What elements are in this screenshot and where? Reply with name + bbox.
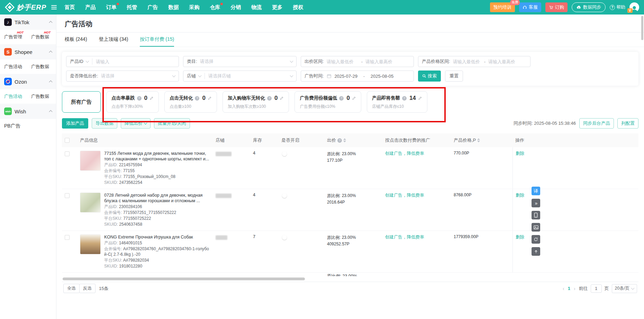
customer-service-button[interactable]: 客服 [519, 2, 541, 12]
sidebar-item-ad-data-shopee[interactable]: 广告数据 [31, 64, 49, 70]
select-all-checkbox[interactable] [65, 138, 70, 143]
translate-button[interactable]: 译 [532, 187, 540, 195]
export-data-button[interactable]: 导出数据 [92, 118, 117, 129]
current-page[interactable]: 1 [568, 286, 570, 291]
help-button[interactable]: ? 帮助 [610, 4, 625, 10]
topnav-item-hosting[interactable]: 托管 [127, 4, 137, 11]
create-ad-lower-rate-link[interactable]: 创建广告，降低费率 [385, 193, 424, 198]
reset-button[interactable]: 重置 [445, 71, 463, 82]
product-id-select[interactable]: 产品ID [70, 58, 83, 65]
tab-top-placement[interactable]: 登上顶端 (34) [99, 32, 128, 47]
refresh-button[interactable] [532, 235, 540, 244]
ad-time-range-picker[interactable]: 广告时间: - [301, 71, 414, 82]
page-size-select[interactable]: 20条/页 [612, 284, 637, 293]
sidebar-group-wish[interactable]: wish Wish [0, 104, 56, 119]
bid-max-input[interactable] [365, 59, 397, 64]
edit-pencil-icon[interactable] [352, 96, 356, 100]
select-all-button[interactable]: 全选 [63, 284, 80, 293]
topnav-item-logistics[interactable]: 物流 [251, 4, 262, 11]
create-ad-lower-rate-link[interactable]: 创建广告，降低费率 [385, 151, 424, 156]
user-avatar[interactable]: V [629, 2, 639, 12]
question-icon[interactable] [267, 96, 272, 101]
create-ad-lower-rate-link[interactable]: 创建广告，降低费率 [385, 235, 424, 240]
product-id-input[interactable] [96, 59, 175, 64]
price-min-input[interactable] [453, 59, 481, 64]
horizontal-scrollbar-thumb[interactable] [63, 278, 305, 280]
delete-link[interactable]: 删除 [516, 235, 524, 240]
sidebar-group-ozon[interactable]: Ozon [0, 74, 56, 89]
image-mode-button[interactable] [532, 223, 540, 232]
topnav-item-orders[interactable]: 订单 [106, 4, 116, 11]
product-image[interactable] [80, 193, 101, 213]
ad-time-end-input[interactable] [368, 74, 397, 79]
search-button[interactable]: 搜索 [418, 71, 441, 82]
topnav-item-distribution[interactable]: 分销 [230, 4, 241, 11]
back-to-top-button[interactable] [532, 247, 540, 256]
low-ad-share-card[interactable]: 广告费用份额偏低0 广告费用份额≤10% [294, 91, 361, 113]
sidebar-item-ad-management[interactable]: 广告管理HOT [4, 34, 22, 40]
tab-templates[interactable]: 模板 (244) [65, 32, 87, 47]
product-title[interactable]: 77155 Летняя мода для девочек, маленькие… [104, 151, 210, 162]
question-icon[interactable] [137, 96, 142, 101]
row-checkbox[interactable] [65, 193, 70, 198]
row-checkbox[interactable] [65, 151, 70, 156]
sort-icon[interactable] [477, 138, 480, 142]
column-config-button[interactable]: 列配置 [617, 118, 638, 129]
lower-bid-select[interactable]: 是否降低出价: 请选择 [66, 71, 179, 82]
store-select[interactable]: 店铺 请选择店铺 [183, 71, 297, 82]
topnav-item-warehouse[interactable]: 仓库 [210, 4, 220, 11]
next-page-button[interactable]: › [573, 286, 576, 291]
topnav-item-purchase[interactable]: 采购 [189, 4, 199, 11]
subscribe-button[interactable]: 订购 [545, 2, 568, 12]
invert-selection-button[interactable]: 反选 [79, 284, 96, 293]
sidebar-group-shopee[interactable]: S Shopee [0, 44, 56, 59]
price-max-input[interactable] [488, 59, 517, 64]
product-title[interactable]: KONG Extreme Прочная Игрушка для Собак [104, 234, 210, 240]
data-sync-button[interactable]: 数据同步 [572, 2, 606, 12]
product-image[interactable] [80, 234, 101, 254]
edit-pencil-icon[interactable] [208, 96, 212, 100]
edit-pencil-icon[interactable] [418, 96, 422, 100]
ad-time-start-input[interactable] [332, 74, 361, 79]
product-title[interactable]: 0728 Летний детский набор для девочек, м… [104, 193, 210, 204]
sidebar-item-ad-campaign-shopee[interactable]: 广告活动 [4, 64, 22, 70]
add-product-button[interactable]: 添加产品 [62, 118, 88, 129]
goto-page-input[interactable] [591, 284, 602, 293]
topnav-item-data[interactable]: 数据 [168, 4, 179, 11]
row-checkbox[interactable] [65, 235, 70, 240]
all-ads-card[interactable]: 所有广告 [62, 91, 101, 113]
topnav-item-more[interactable]: 更多 [272, 4, 282, 11]
topnav-item-products[interactable]: 产品 [85, 4, 96, 11]
low-stock-card[interactable]: 产品即将售罄14 店铺产品库存≤10 [367, 91, 427, 113]
no-conversion-card[interactable]: 点击无转化0 点击量≥100 [164, 91, 217, 113]
ctr-crash-card[interactable]: 点击率暴跌0 点击率下降≥30% [106, 91, 159, 113]
book-training-button[interactable]: 预约培训 免费 [490, 2, 515, 12]
sync-backend-products-button[interactable]: 同步后台产品 [579, 118, 614, 129]
sidebar-group-tiktok[interactable]: ♪ TikTok [0, 15, 56, 30]
edit-pencil-icon[interactable] [280, 96, 284, 100]
vertical-scrollbar-thumb[interactable] [641, 16, 643, 40]
product-image[interactable] [80, 151, 101, 171]
sort-icon[interactable] [343, 138, 346, 142]
prev-page-button[interactable]: ‹ [562, 286, 565, 291]
sidebar-item-ad-campaign-ozon-active[interactable]: 广告活动 [4, 93, 22, 100]
edit-pencil-icon[interactable] [149, 96, 154, 100]
topnav-item-ads[interactable]: 广告 [147, 4, 158, 11]
cart-no-conversion-card[interactable]: 加入购物车无转化0 加入购物车次数≥100 [223, 91, 289, 113]
brand-logo[interactable]: 妙手ERP [5, 2, 46, 12]
topnav-item-authorization[interactable]: 授权 [293, 4, 303, 11]
collapse-panel-button[interactable]: » [532, 199, 540, 207]
question-icon[interactable] [402, 96, 407, 101]
sidebar-item-ad-data-ozon[interactable]: 广告数据 [31, 93, 49, 100]
question-icon[interactable] [195, 96, 199, 101]
mobile-preview-button[interactable] [532, 211, 540, 219]
sidebar-item-pb-ads[interactable]: PB广告 [0, 119, 56, 133]
delete-link[interactable]: 删除 [516, 193, 524, 198]
tab-pay-per-order[interactable]: 按订单付费 (15) [140, 32, 174, 47]
bid-min-input[interactable] [327, 59, 359, 64]
sidebar-item-ad-data-tiktok[interactable]: 广告数据HOT [31, 34, 49, 40]
batch-toggle-button[interactable]: 批量开启/关闭 [154, 118, 190, 129]
lower-bid-dropdown-button[interactable]: 降低出价 [121, 118, 151, 129]
question-icon[interactable] [339, 96, 344, 101]
category-select[interactable]: 类目: 请选择 [183, 56, 297, 67]
